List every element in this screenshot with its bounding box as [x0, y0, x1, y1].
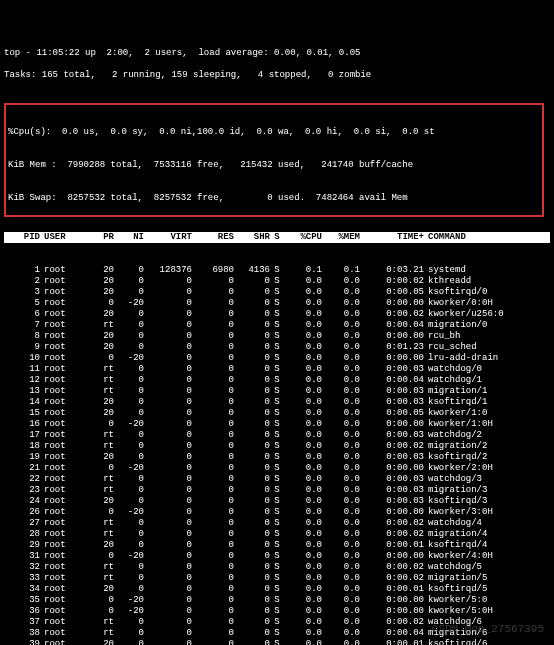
hdr-virt: VIRT — [144, 232, 192, 243]
process-row[interactable]: 6root200000S0.00.00:00.02kworker/u256:0 — [4, 309, 550, 320]
hdr-cpu: %CPU — [284, 232, 322, 243]
mem-line: KiB Mem : 7990288 total, 7533116 free, 2… — [8, 160, 540, 171]
hdr-s: S — [270, 232, 284, 243]
process-row[interactable]: 22rootrt0000S0.00.00:00.03watchdog/3 — [4, 474, 550, 485]
hdr-res: RES — [192, 232, 234, 243]
process-row[interactable]: 34root200000S0.00.00:00.01ksoftirqd/5 — [4, 584, 550, 595]
process-row[interactable]: 19root200000S0.00.00:00.03ksoftirqd/2 — [4, 452, 550, 463]
process-row[interactable]: 9root200000S0.00.00:01.23rcu_sched — [4, 342, 550, 353]
top-summary-line2: Tasks: 165 total, 2 running, 159 sleepin… — [4, 70, 550, 81]
process-row[interactable]: 33rootrt0000S0.00.00:00.02migration/5 — [4, 573, 550, 584]
process-row[interactable]: 27rootrt0000S0.00.00:00.02watchdog/4 — [4, 518, 550, 529]
hdr-cmd: COMMAND — [428, 232, 550, 243]
hdr-shr: SHR — [234, 232, 270, 243]
process-row[interactable]: 12rootrt0000S0.00.00:00.04watchdog/1 — [4, 375, 550, 386]
hdr-time: TIME+ — [360, 232, 428, 243]
process-list: 1root20012837669804136S0.10.10:03.21syst… — [4, 265, 550, 645]
process-row[interactable]: 1root20012837669804136S0.10.10:03.21syst… — [4, 265, 550, 276]
process-row[interactable]: 5root0-20000S0.00.00:00.00kworker/0:0H — [4, 298, 550, 309]
process-row[interactable]: 31root0-20000S0.00.00:00.00kworker/4:0H — [4, 551, 550, 562]
hdr-pr: PR — [84, 232, 114, 243]
process-row[interactable]: 23rootrt0000S0.00.00:00.03migration/3 — [4, 485, 550, 496]
process-row[interactable]: 21root0-20000S0.00.00:00.00kworker/2:0H — [4, 463, 550, 474]
process-row[interactable]: 39root200000S0.00.00:00.01ksoftirqd/6 — [4, 639, 550, 645]
hdr-pid: PID — [4, 232, 40, 243]
process-row[interactable]: 24root200000S0.00.00:00.03ksoftirqd/3 — [4, 496, 550, 507]
process-row[interactable]: 10root0-20000S0.00.00:00.00lru-add-drain — [4, 353, 550, 364]
top-summary-line1: top - 11:05:22 up 2:00, 2 users, load av… — [4, 48, 550, 59]
process-header: PID USER PR NI VIRT RES SHR S %CPU %MEM … — [4, 232, 550, 243]
process-row[interactable]: 16root0-20000S0.00.00:00.00kworker/1:0H — [4, 419, 550, 430]
highlight-box: %Cpu(s): 0.0 us, 0.0 sy, 0.0 ni,100.0 id… — [4, 103, 544, 217]
process-row[interactable]: 28rootrt0000S0.00.00:00.02migration/4 — [4, 529, 550, 540]
process-row[interactable]: 14root200000S0.00.00:00.03ksoftirqd/1 — [4, 397, 550, 408]
process-row[interactable]: 15root200000S0.00.00:00.05kworker/1:0 — [4, 408, 550, 419]
process-row[interactable]: 32rootrt0000S0.00.00:00.02watchdog/5 — [4, 562, 550, 573]
process-row[interactable]: 2root200000S0.00.00:00.02kthreadd — [4, 276, 550, 287]
hdr-mem: %MEM — [322, 232, 360, 243]
process-row[interactable]: 36root0-20000S0.00.00:00.00kworker/5:0H — [4, 606, 550, 617]
swap-line: KiB Swap: 8257532 total, 8257532 free, 0… — [8, 193, 540, 204]
process-row[interactable]: 7rootrt0000S0.00.00:00.04migration/0 — [4, 320, 550, 331]
hdr-ni: NI — [114, 232, 144, 243]
cpu-line: %Cpu(s): 0.0 us, 0.0 sy, 0.0 ni,100.0 id… — [8, 127, 540, 138]
process-row[interactable]: 29root200000S0.00.00:00.01ksoftirqd/4 — [4, 540, 550, 551]
process-row[interactable]: 11rootrt0000S0.00.00:00.03watchdog/0 — [4, 364, 550, 375]
process-row[interactable]: 8root200000S0.00.00:00.00rcu_bh — [4, 331, 550, 342]
hdr-user: USER — [40, 232, 84, 243]
process-row[interactable]: 3root200000S0.00.00:00.05ksoftirqd/0 — [4, 287, 550, 298]
process-row[interactable]: 13rootrt0000S0.00.00:00.03migration/1 — [4, 386, 550, 397]
process-row[interactable]: 18rootrt0000S0.00.00:00.02migration/2 — [4, 441, 550, 452]
watermark: CSDN @qq_27567395 — [432, 624, 544, 635]
process-row[interactable]: 26root0-20000S0.00.00:00.00kworker/3:0H — [4, 507, 550, 518]
process-row[interactable]: 35root0-20000S0.00.00:00.00kworker/5:0 — [4, 595, 550, 606]
process-row[interactable]: 17rootrt0000S0.00.00:00.03watchdog/2 — [4, 430, 550, 441]
